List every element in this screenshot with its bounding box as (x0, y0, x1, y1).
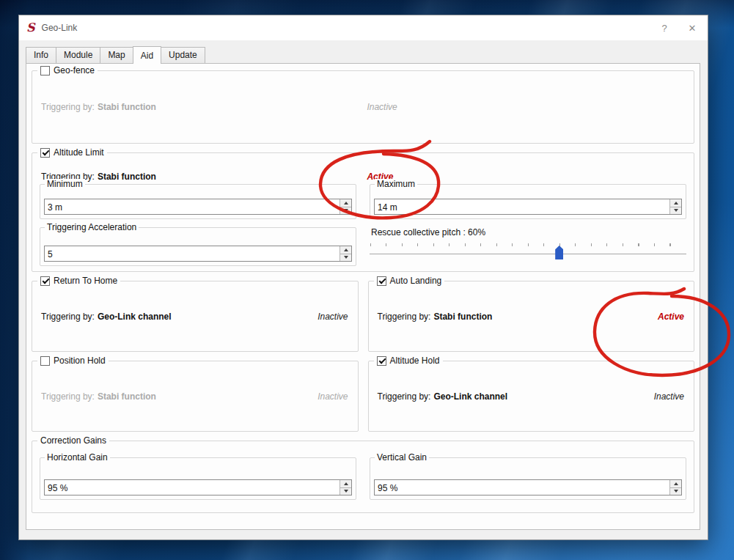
correction-gains-group: Correction Gains Horizontal Gain 95 % (32, 441, 694, 513)
close-button[interactable]: ✕ (678, 15, 706, 40)
tab-info[interactable]: Info (26, 47, 56, 63)
slider-handle[interactable] (555, 246, 563, 259)
spin-up-icon[interactable] (669, 199, 681, 207)
triggering-acceleration-spinbox[interactable]: 5 (44, 246, 352, 262)
rescue-pitch-slider[interactable] (370, 242, 686, 262)
minimum-value: 3 m (45, 199, 340, 214)
slider-groove[interactable] (370, 254, 686, 254)
return-to-home-title: Return To Home (54, 276, 117, 287)
altitude-limit-group: Altitude Limit Triggering by:Stabi funct… (32, 152, 694, 272)
return-to-home-triggering: Triggering by:Geo-Link channel (41, 281, 172, 351)
spin-up-icon[interactable] (340, 480, 351, 487)
window-title: Geo-Link (42, 23, 78, 33)
tab-bar: Info Module Map Aid Update (19, 47, 708, 63)
tab-content-pane: Geo-fence Triggering by:Stabi function I… (26, 63, 700, 530)
position-hold-group: Position Hold Triggering by:Stabi functi… (32, 361, 359, 432)
geofence-group: Geo-fence Triggering by:Stabi function I… (32, 70, 694, 144)
altitude-hold-triggering: Triggering by:Geo-Link channel (378, 361, 508, 431)
return-to-home-group: Return To Home Triggering by:Geo-Link ch… (32, 281, 359, 352)
altitude-limit-checkbox[interactable] (40, 148, 50, 158)
return-to-home-checkbox[interactable] (40, 276, 50, 286)
position-hold-triggering: Triggering by:Stabi function (41, 361, 156, 431)
altitude-limit-title: Altitude Limit (54, 147, 104, 158)
horizontal-gain-title: Horizontal Gain (45, 452, 110, 463)
vertical-gain-spinbox[interactable]: 95 % (374, 479, 682, 495)
rescue-pitch-cell: Rescue collective pitch : 60% (370, 227, 686, 266)
altitude-hold-group: Altitude Hold Triggering by:Geo-Link cha… (368, 361, 695, 432)
maximum-spinbox[interactable]: 14 m (374, 199, 682, 215)
position-hold-status: Inactive (318, 391, 348, 402)
maximum-value: 14 m (375, 199, 669, 214)
horizontal-gain-group: Horizontal Gain 95 % (40, 457, 356, 500)
vertical-gain-group: Vertical Gain 95 % (370, 457, 686, 500)
geofence-title: Geo-fence (54, 65, 95, 76)
geofence-triggering: Triggering by:Stabi function (41, 71, 156, 143)
triggering-acceleration-group: Triggering Acceleration 5 (40, 227, 356, 266)
spin-down-icon[interactable] (340, 254, 351, 262)
auto-landing-title: Auto Landing (390, 276, 442, 287)
rescue-pitch-label: Rescue collective pitch : 60% (371, 227, 686, 237)
horizontal-gain-spinbox[interactable]: 95 % (44, 479, 352, 495)
horizontal-gain-value: 95 % (45, 480, 340, 495)
spin-down-icon[interactable] (340, 207, 351, 215)
window-titlebar[interactable]: S Geo-Link ? ✕ (19, 15, 708, 40)
minimum-spinbox[interactable]: 3 m (44, 199, 352, 215)
triggering-acceleration-title: Triggering Acceleration (45, 222, 139, 233)
minimum-group: Minimum 3 m (40, 184, 356, 219)
auto-landing-checkbox[interactable] (377, 276, 386, 286)
altitude-hold-status: Inactive (654, 391, 684, 402)
window-controls: ? ✕ (650, 15, 706, 40)
altitude-hold-title: Altitude Hold (390, 355, 440, 366)
auto-landing-group: Auto Landing Triggering by:Stabi functio… (368, 281, 695, 352)
tab-map[interactable]: Map (100, 47, 133, 63)
tab-module[interactable]: Module (56, 47, 100, 63)
spin-down-icon[interactable] (669, 487, 681, 495)
position-hold-title: Position Hold (54, 355, 106, 366)
tab-aid[interactable]: Aid (133, 46, 161, 64)
maximum-group: Maximum 14 m (370, 184, 686, 219)
return-to-home-status: Inactive (318, 312, 348, 322)
maximum-title: Maximum (375, 179, 417, 190)
spin-up-icon[interactable] (340, 199, 351, 207)
geofence-checkbox[interactable] (40, 66, 50, 75)
auto-landing-status: Active (658, 312, 684, 322)
spin-up-icon[interactable] (669, 480, 681, 487)
auto-landing-triggering: Triggering by:Stabi function (378, 281, 493, 351)
vertical-gain-value: 95 % (375, 480, 669, 495)
tab-update[interactable]: Update (161, 47, 205, 63)
minimum-title: Minimum (45, 179, 85, 190)
slider-ticks (370, 243, 686, 246)
position-hold-checkbox[interactable] (40, 356, 50, 366)
app-window: S Geo-Link ? ✕ Info Module Map Aid Updat… (18, 15, 708, 540)
desktop-wallpaper: S Geo-Link ? ✕ Info Module Map Aid Updat… (0, 0, 734, 560)
correction-gains-title: Correction Gains (40, 435, 106, 446)
spin-up-icon[interactable] (340, 246, 351, 254)
vertical-gain-title: Vertical Gain (375, 452, 429, 463)
geofence-status: Inactive (367, 102, 397, 112)
altitude-hold-checkbox[interactable] (377, 356, 386, 366)
spin-down-icon[interactable] (340, 487, 351, 495)
app-logo-icon: S (26, 22, 35, 34)
spin-down-icon[interactable] (669, 207, 681, 215)
triggering-acceleration-value: 5 (45, 246, 340, 261)
help-button[interactable]: ? (650, 15, 678, 40)
